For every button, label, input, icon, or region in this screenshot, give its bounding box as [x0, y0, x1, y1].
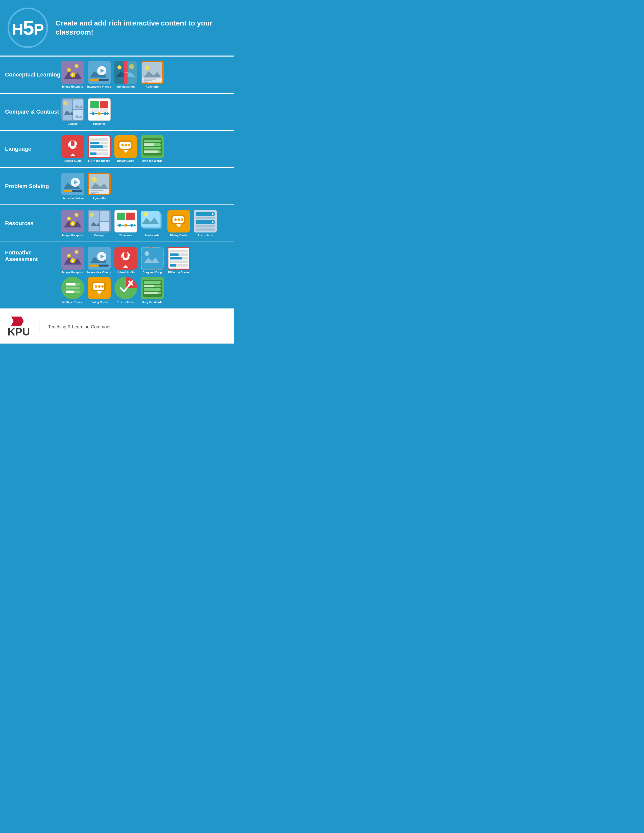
- svg-point-44: [92, 113, 95, 115]
- list-item[interactable]: Collage: [87, 210, 111, 237]
- list-item[interactable]: Drag and Drop: [140, 247, 164, 274]
- svg-rect-102: [100, 211, 109, 220]
- section-resources: Resources + + + Image Hotspots: [0, 205, 234, 242]
- svg-point-122: [174, 218, 177, 221]
- header: H5P Create and add rich interactive cont…: [0, 0, 234, 56]
- list-item[interactable]: Fill in the Blanks: [167, 247, 191, 274]
- list-item[interactable]: Dialog Cards: [114, 135, 138, 162]
- svg-rect-134: [196, 228, 215, 231]
- kpu-logo: KPU Teaching & Learning Commons: [8, 317, 112, 337]
- list-item[interactable]: Drag the Words: [140, 135, 164, 162]
- item-label: Drag and Drop: [142, 271, 162, 274]
- svg-text:+: +: [71, 259, 74, 263]
- list-item[interactable]: Agamotto: [87, 173, 111, 200]
- section-label-formative: Formative Assessment: [5, 247, 61, 262]
- svg-point-69: [128, 144, 130, 146]
- item-label: True or False: [117, 301, 134, 304]
- svg-point-45: [98, 113, 100, 115]
- list-item[interactable]: Interactive Videos: [61, 173, 85, 200]
- h5p-logo: H5P: [8, 8, 48, 48]
- svg-rect-161: [170, 253, 179, 256]
- svg-point-67: [121, 144, 124, 146]
- svg-point-112: [130, 224, 133, 227]
- svg-rect-40: [100, 101, 108, 109]
- item-label: Image Hotspots: [62, 234, 83, 237]
- list-item[interactable]: Drag the Words: [140, 277, 164, 304]
- interactive-videos-icon-3: [88, 247, 111, 270]
- language-items: Upload Audio Fill in the Blanks: [61, 135, 229, 162]
- svg-rect-172: [66, 291, 74, 293]
- list-item[interactable]: Agamotto: [140, 61, 164, 88]
- section-conceptual-learning: Conceptual Learning + + + Image Hotspots: [0, 56, 234, 94]
- svg-rect-63: [90, 153, 97, 155]
- list-item[interactable]: Dialog Cards: [167, 210, 191, 237]
- upload-audio-icon: [61, 135, 84, 158]
- svg-text:+: +: [76, 250, 77, 254]
- list-item[interactable]: Flashcards: [140, 210, 164, 237]
- list-item[interactable]: Dialog Cards: [87, 277, 111, 304]
- list-item[interactable]: Timelines: [87, 98, 111, 125]
- item-label: Accordians: [198, 234, 213, 237]
- svg-rect-39: [90, 101, 98, 109]
- item-label: Dialog Cards: [170, 234, 187, 237]
- list-item[interactable]: Interactive Videos: [87, 247, 111, 274]
- interactive-videos-icon-2: [61, 173, 84, 195]
- svg-rect-159: [170, 250, 188, 252]
- footer: KPU Teaching & Learning Commons: [0, 310, 234, 344]
- svg-rect-42: [100, 109, 108, 112]
- svg-point-176: [95, 285, 97, 288]
- svg-point-157: [145, 251, 149, 256]
- svg-point-118: [144, 212, 148, 217]
- juxtaposition-icon: ↔: [114, 61, 137, 84]
- svg-rect-155: [142, 248, 163, 269]
- section-language: Language Upload Audio: [0, 131, 234, 168]
- fill-blanks-icon: [88, 135, 111, 158]
- list-item[interactable]: Multiple Choice: [61, 277, 85, 304]
- svg-rect-151: [124, 252, 127, 258]
- drag-words-icon: [141, 135, 164, 158]
- list-item[interactable]: Upload Audio: [61, 135, 85, 162]
- section-label-compare: Compare & Contrast: [5, 109, 61, 115]
- svg-rect-169: [66, 283, 76, 286]
- header-tagline: Create and add rich interactive content …: [56, 19, 224, 37]
- list-item[interactable]: + + + Image Hotspots: [61, 210, 85, 237]
- list-item[interactable]: Accordians: [193, 210, 217, 237]
- formative-row2: Multiple Choice: [61, 277, 229, 304]
- svg-rect-73: [144, 140, 161, 142]
- svg-rect-107: [117, 212, 125, 220]
- list-item[interactable]: Interactive Videos: [87, 61, 111, 88]
- section-compare-contrast: Compare & Contrast Collage: [0, 94, 234, 131]
- svg-point-25: [145, 65, 150, 71]
- list-item[interactable]: True or False: [114, 277, 138, 304]
- list-item[interactable]: Collage: [61, 98, 85, 125]
- problem-items: Interactive Videos Agamotto: [61, 173, 229, 200]
- svg-rect-131: [196, 220, 215, 224]
- svg-rect-84: [63, 190, 72, 192]
- item-label: Fill in the Blanks: [168, 271, 190, 274]
- item-label: Image Hotspots: [62, 85, 83, 88]
- item-label: Interactive Videos: [61, 197, 85, 200]
- svg-rect-89: [90, 190, 103, 191]
- svg-point-87: [92, 177, 97, 182]
- formative-row1: + + + Image Hotspots: [61, 247, 229, 274]
- list-item[interactable]: + + + Image Hotspots: [61, 247, 85, 274]
- true-false-icon: [114, 277, 137, 299]
- svg-rect-51: [71, 140, 74, 146]
- list-item[interactable]: Upload Audio: [114, 247, 138, 274]
- list-item[interactable]: ↔ Juxtaposition: [114, 61, 138, 88]
- item-label: Interactive Videos: [87, 85, 111, 88]
- list-item[interactable]: Timelines: [114, 210, 138, 237]
- svg-point-68: [124, 144, 127, 146]
- svg-rect-91: [90, 193, 95, 194]
- kpu-chevron-icon: [11, 317, 26, 326]
- svg-point-123: [177, 218, 180, 221]
- list-item[interactable]: Fill in the Blanks: [87, 135, 111, 162]
- flashcards-icon: [141, 210, 164, 233]
- dialog-cards-icon: [114, 135, 137, 158]
- upload-audio-icon-2: [114, 247, 137, 270]
- list-item[interactable]: + + + Image Hotspots: [61, 61, 85, 88]
- svg-text:+: +: [76, 213, 77, 217]
- svg-rect-170: [66, 287, 80, 289]
- item-label: Agamotto: [93, 197, 106, 200]
- accordians-icon: [194, 210, 217, 233]
